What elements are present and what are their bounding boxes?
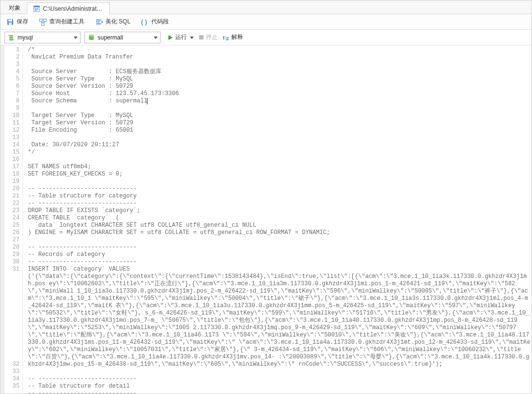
svg-marker-27 bbox=[168, 35, 173, 40]
chevron-down-icon bbox=[73, 35, 78, 40]
query-builder-button[interactable]: 查询创建工具 bbox=[37, 16, 86, 27]
svg-rect-1 bbox=[34, 6, 40, 7]
svg-rect-7 bbox=[9, 22, 12, 25]
sql-editor[interactable]: 1234567891011121314151617181920212223242… bbox=[0, 45, 532, 394]
chevron-down-icon bbox=[190, 36, 194, 39]
svg-rect-20 bbox=[9, 39, 13, 40]
line-number-gutter: 1234567891011121314151617181920212223242… bbox=[4, 45, 23, 394]
svg-rect-14 bbox=[96, 21, 100, 22]
svg-point-25 bbox=[89, 35, 94, 37]
database-selector[interactable]: supermall bbox=[84, 32, 161, 43]
tab-file[interactable]: C:\Users\Administrator\Do... bbox=[27, 2, 110, 14]
play-icon bbox=[167, 35, 173, 40]
connection-value: mysql bbox=[18, 34, 70, 41]
save-icon bbox=[6, 18, 14, 26]
svg-rect-29 bbox=[199, 35, 204, 39]
main-toolbar: 保存 查询创建工具 美化 SQL ( ) 代码段 bbox=[0, 14, 532, 30]
code-snippet-button[interactable]: ( ) 代码段 bbox=[139, 16, 171, 27]
connection-icon bbox=[8, 34, 15, 41]
beautify-sql-button[interactable]: 美化 SQL bbox=[93, 16, 132, 27]
code-snippet-icon: ( ) bbox=[141, 18, 149, 26]
tab-strip: 对象 C:\Users\Administrator\Do... bbox=[0, 0, 532, 14]
run-button[interactable]: 运行 bbox=[167, 33, 194, 41]
svg-rect-19 bbox=[9, 37, 13, 39]
editor-margin bbox=[0, 45, 4, 394]
svg-text:Eg: Eg bbox=[223, 35, 229, 40]
svg-rect-8 bbox=[40, 19, 42, 21]
connection-selector[interactable]: mysql bbox=[4, 32, 81, 43]
query-builder-label: 查询创建工具 bbox=[49, 18, 84, 26]
svg-rect-10 bbox=[41, 23, 44, 25]
stop-label: 停止 bbox=[206, 33, 218, 41]
tab-objects-label: 对象 bbox=[9, 4, 20, 12]
database-value: supermall bbox=[98, 34, 150, 41]
database-icon bbox=[88, 34, 95, 41]
svg-marker-23 bbox=[74, 37, 78, 39]
explain-label: 解释 bbox=[231, 33, 243, 41]
svg-rect-4 bbox=[35, 10, 37, 11]
stop-icon bbox=[199, 35, 204, 40]
code-snippet-label: 代码段 bbox=[151, 18, 169, 26]
run-controls: 运行 停止 Eg 解释 bbox=[167, 33, 243, 41]
run-label: 运行 bbox=[175, 33, 187, 41]
svg-rect-3 bbox=[35, 9, 39, 10]
tab-file-label: C:\Users\Administrator\Do... bbox=[43, 5, 103, 12]
connection-toolbar: mysql supermall 运行 bbox=[0, 30, 532, 45]
save-button[interactable]: 保存 bbox=[4, 16, 30, 27]
svg-rect-15 bbox=[96, 23, 101, 24]
beautify-icon bbox=[95, 18, 103, 26]
svg-text:( ): ( ) bbox=[141, 18, 147, 25]
sql-file-icon bbox=[33, 5, 40, 12]
code-area[interactable]: /* Navicat Premium Data Transfer Source … bbox=[23, 45, 532, 394]
save-label: 保存 bbox=[17, 18, 28, 26]
svg-marker-28 bbox=[190, 37, 194, 39]
svg-marker-26 bbox=[154, 37, 158, 39]
explain-icon: Eg bbox=[223, 35, 229, 40]
svg-rect-6 bbox=[8, 20, 12, 21]
svg-rect-18 bbox=[9, 35, 13, 37]
chevron-down-icon bbox=[153, 35, 158, 40]
tab-objects[interactable]: 对象 bbox=[2, 2, 27, 14]
beautify-label: 美化 SQL bbox=[105, 18, 130, 26]
svg-rect-2 bbox=[35, 8, 39, 9]
app-window: 对象 C:\Users\Administrator\Do... 保存 查询创建工… bbox=[0, 0, 532, 394]
svg-rect-9 bbox=[43, 19, 46, 21]
query-builder-icon bbox=[39, 18, 47, 26]
stop-button: 停止 bbox=[199, 33, 218, 41]
svg-rect-13 bbox=[96, 20, 101, 20]
svg-marker-16 bbox=[102, 20, 103, 23]
explain-button[interactable]: Eg 解释 bbox=[223, 33, 243, 41]
